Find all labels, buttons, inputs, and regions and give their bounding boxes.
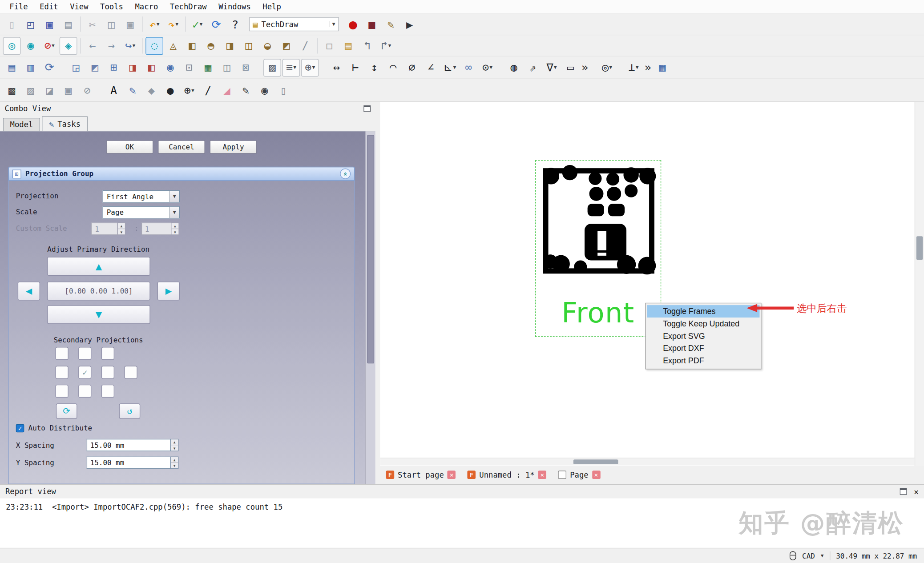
chevron-down-icon[interactable]: ▼ bbox=[169, 191, 179, 202]
dimension-angle-icon[interactable]: ∠ bbox=[422, 59, 440, 76]
dimension-horizontal-icon[interactable]: ⊢ bbox=[347, 59, 364, 76]
top-view-icon[interactable]: ◓ bbox=[202, 37, 220, 55]
context-menu-item-export-dxf[interactable]: Export DXF bbox=[647, 342, 759, 355]
projection-group-header[interactable]: ⊞ Projection Group « bbox=[8, 167, 355, 181]
save-icon[interactable]: ▣ bbox=[40, 15, 58, 33]
techdraw-front-view-drawing[interactable] bbox=[538, 163, 659, 289]
apply-button[interactable]: Apply bbox=[210, 140, 257, 153]
cancel-button[interactable]: Cancel bbox=[158, 140, 205, 153]
extensions-icon[interactable]: ⊕▼ bbox=[301, 59, 319, 76]
document-tab[interactable]: FUnnamed : 1*× bbox=[468, 471, 546, 479]
cut-icon[interactable]: ✂ bbox=[84, 15, 101, 33]
custom-scale-denominator-input[interactable] bbox=[141, 223, 171, 235]
eraser-icon[interactable]: ◢ bbox=[218, 81, 236, 99]
paste-icon[interactable]: ▣ bbox=[121, 15, 139, 33]
bottom-view-icon[interactable]: ◒ bbox=[259, 37, 277, 55]
spin-up-icon[interactable]: ▲ bbox=[118, 223, 125, 229]
dimension-repair-icon[interactable]: ⊙▼ bbox=[479, 59, 496, 76]
spin-up-icon[interactable]: ▲ bbox=[171, 439, 178, 445]
clip-group-icon[interactable]: ⊡ bbox=[180, 59, 198, 76]
landmark-dimension-icon[interactable]: ∇▼ bbox=[543, 59, 561, 76]
centerline-icon[interactable]: ● bbox=[161, 81, 179, 99]
dropdown-arrow-icon[interactable]: ▼ bbox=[52, 43, 54, 48]
dropdown-arrow-icon[interactable]: ▼ bbox=[312, 65, 315, 70]
auto-distribute-checkbox[interactable]: ✓ bbox=[16, 424, 24, 433]
spinner-arrows[interactable]: ▲▼ bbox=[170, 439, 179, 451]
cosmetic-line-icon[interactable]: ∕ bbox=[199, 81, 217, 99]
link-actions-icon[interactable]: ↱▼ bbox=[377, 37, 395, 55]
collapse-group-button[interactable]: « bbox=[340, 169, 351, 179]
draft-pen-icon[interactable]: ✎ bbox=[237, 81, 254, 99]
dropdown-arrow-icon[interactable]: ▼ bbox=[388, 43, 391, 48]
dropdown-arrow-icon[interactable]: ▼ bbox=[200, 21, 202, 27]
scrollbar-thumb[interactable] bbox=[916, 236, 923, 260]
refresh-icon[interactable]: ⟳ bbox=[207, 15, 225, 33]
dropdown-arrow-icon[interactable]: ▼ bbox=[157, 21, 159, 27]
document-tab[interactable]: Page× bbox=[558, 471, 600, 479]
document-tab[interactable]: FStart page× bbox=[386, 471, 456, 479]
insert-active-view-icon[interactable]: ◩ bbox=[86, 59, 104, 76]
rotate-right-button[interactable]: ▶ bbox=[157, 282, 180, 300]
section-view-icon[interactable]: ◨ bbox=[124, 59, 141, 76]
x-spacing-field[interactable]: ▲▼ bbox=[87, 439, 179, 451]
left-view-icon[interactable]: ◩ bbox=[278, 37, 295, 55]
rotate-down-button[interactable]: ▼ bbox=[47, 305, 150, 324]
context-menu-item-export-svg[interactable]: Export SVG bbox=[647, 330, 759, 342]
dimension-3point-angle-icon[interactable]: ⊾▼ bbox=[441, 59, 459, 76]
spin-up-icon[interactable]: ▲ bbox=[171, 457, 178, 463]
float-panel-icon[interactable] bbox=[363, 105, 371, 112]
complex-section-icon[interactable]: ◧ bbox=[143, 59, 161, 76]
new-page-template-icon[interactable]: ▥ bbox=[22, 59, 40, 76]
y-spacing-input[interactable] bbox=[87, 457, 170, 469]
menu-item-tools[interactable]: Tools bbox=[94, 1, 129, 12]
close-panel-icon[interactable]: × bbox=[914, 487, 919, 496]
custom-scale-numerator[interactable]: ▲▼ bbox=[91, 223, 125, 235]
measure-distance-icon[interactable]: ∕ bbox=[296, 37, 314, 55]
macro-record-icon[interactable]: ● bbox=[344, 15, 362, 33]
rotate-ccw-button[interactable]: ↺ bbox=[119, 403, 141, 418]
context-menu-item-export-pdf[interactable]: Export PDF bbox=[647, 354, 759, 367]
rich-annotation-icon[interactable]: ◆ bbox=[143, 81, 161, 99]
dimension-length-icon[interactable]: ↔ bbox=[327, 59, 345, 76]
redraw-page-icon[interactable]: ⟳ bbox=[40, 59, 58, 76]
close-tab-icon[interactable]: × bbox=[592, 471, 601, 479]
spin-down-icon[interactable]: ▼ bbox=[171, 463, 178, 468]
grid-icon[interactable]: ▦ bbox=[654, 59, 671, 76]
secondary-projection-checkbox[interactable] bbox=[78, 385, 91, 398]
context-menu-item-toggle-frames[interactable]: Toggle Frames bbox=[647, 305, 759, 318]
projection-group-icon[interactable]: ⊞ bbox=[105, 59, 123, 76]
dropdown-arrow-icon[interactable]: ▼ bbox=[175, 21, 178, 27]
nav-forward-icon[interactable]: → bbox=[102, 37, 120, 55]
float-panel-icon[interactable] bbox=[900, 488, 907, 495]
create-part-icon[interactable]: ◻ bbox=[321, 37, 339, 55]
rear-view-icon[interactable]: ◫ bbox=[240, 37, 258, 55]
projection-select[interactable]: First Angle ▼ bbox=[102, 190, 180, 203]
dropdown-arrow-icon[interactable]: ▼ bbox=[490, 65, 492, 70]
copy-icon[interactable]: ◫ bbox=[102, 15, 120, 33]
draw-style-icon[interactable]: ⊘▼ bbox=[40, 37, 58, 55]
balloon-icon[interactable]: ◍ bbox=[505, 59, 523, 76]
horizontal-scrollbar[interactable] bbox=[380, 458, 914, 465]
make-link-icon[interactable]: ↰ bbox=[358, 37, 376, 55]
dropdown-arrow-icon[interactable]: ▼ bbox=[554, 65, 557, 70]
hatch-region-icon[interactable]: ▨ bbox=[263, 59, 281, 76]
axo-length-dimension-icon[interactable]: ⇗ bbox=[524, 59, 542, 76]
vertical-scrollbar[interactable] bbox=[915, 102, 924, 466]
panel-splitter[interactable] bbox=[375, 102, 380, 484]
decoration-icon[interactable]: ⊘ bbox=[78, 81, 96, 99]
scale-select[interactable]: Page ▼ bbox=[102, 206, 180, 219]
secondary-projection-checkbox[interactable] bbox=[56, 347, 69, 360]
cosmetic-vertex-icon[interactable]: ✎ bbox=[124, 81, 141, 99]
overflow-chevron-icon[interactable]: » bbox=[581, 59, 589, 76]
rotate-cw-button[interactable]: ⟳ bbox=[56, 403, 77, 418]
nav-style-value[interactable]: CAD bbox=[802, 552, 815, 560]
new-page-default-icon[interactable]: ▤ bbox=[3, 59, 21, 76]
hatch-icon[interactable]: ▩ bbox=[3, 81, 21, 99]
dropdown-arrow-icon[interactable]: ▼ bbox=[133, 43, 135, 48]
chevron-down-icon[interactable]: ▼ bbox=[329, 21, 335, 27]
menu-item-edit[interactable]: Edit bbox=[34, 1, 64, 12]
macro-edit-icon[interactable]: ✎ bbox=[382, 15, 399, 33]
ok-button[interactable]: OK bbox=[106, 140, 153, 153]
right-view-icon[interactable]: ◨ bbox=[221, 37, 239, 55]
dropdown-arrow-icon[interactable]: ▼ bbox=[636, 65, 638, 70]
